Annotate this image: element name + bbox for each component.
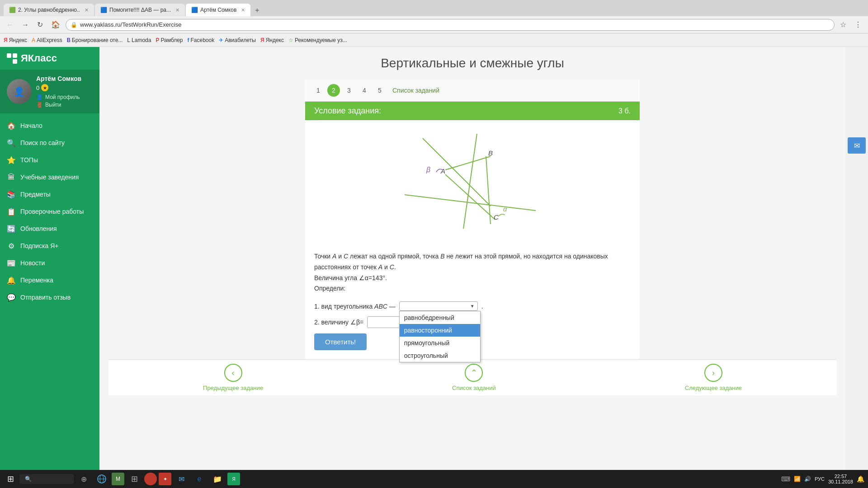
news-label: Новости xyxy=(20,259,45,267)
taskbar-volume-icon: 🔊 xyxy=(804,476,811,482)
tests-label: Проверочные работы xyxy=(20,208,84,215)
tab1-close[interactable]: ✕ xyxy=(85,7,89,13)
page-1[interactable]: 1 xyxy=(312,84,325,97)
tab-3[interactable]: 🟦 Артём Сомков ✕ xyxy=(186,4,250,16)
sidebar-item-feedback[interactable]: 💬 Отправить отзыв xyxy=(0,289,99,306)
email-button[interactable]: ✉ xyxy=(848,137,866,154)
bookmark-lamoda[interactable]: L Lamoda xyxy=(127,37,151,43)
taskbar-app-yaklass[interactable]: Я xyxy=(227,473,240,485)
schedule-icon: 🔔 xyxy=(7,276,16,285)
page-5[interactable]: 5 xyxy=(373,84,386,97)
bookmark-hotel[interactable]: B Бронирование оте... xyxy=(67,37,123,43)
task-header-title: Условие задания: xyxy=(314,106,381,116)
sidebar-item-tests[interactable]: 📋 Проверочные работы xyxy=(0,203,99,220)
svg-text:C: C xyxy=(494,213,499,221)
main-layout: ЯКласс 👤 Артём Сомков 0 ★ 👤 Мой профиль xyxy=(0,47,868,470)
task-list-label: Список заданий xyxy=(452,385,496,391)
search-icon: 🔍 xyxy=(7,138,16,147)
tab3-close[interactable]: ✕ xyxy=(241,7,245,13)
next-task-button[interactable]: › xyxy=(704,364,722,382)
tab-1[interactable]: 🟩 2. Углы равнобедренно... ✕ xyxy=(4,4,94,16)
select-display[interactable] xyxy=(400,305,467,308)
start-button[interactable]: ⊞ xyxy=(4,472,18,486)
taskbar-lang: РУС xyxy=(815,476,825,482)
tab2-close[interactable]: ✕ xyxy=(175,7,179,13)
address-bar[interactable]: 🔒 www.yaklass.ru/TestWorkRun/Exercise xyxy=(66,19,835,31)
bookmark-rambler-label: Рамблер xyxy=(160,37,183,43)
sidebar-item-news[interactable]: 📰 Новости xyxy=(0,254,99,272)
notification-icon[interactable]: 🔔 xyxy=(857,475,864,483)
sidebar-item-search[interactable]: 🔍 Поиск по сайту xyxy=(0,134,99,151)
tab3-title: Артём Сомков xyxy=(200,7,236,13)
bookmark-recommended[interactable]: ☆ Рекомендуемые уз... xyxy=(288,37,347,43)
sidebar-item-tops[interactable]: ⭐ ТОПы xyxy=(0,151,99,169)
logout-link[interactable]: 🚪 Выйти xyxy=(36,102,81,108)
back-button[interactable]: ← xyxy=(4,20,16,30)
bookmark-facebook[interactable]: f Facebook xyxy=(188,37,215,43)
nav-bar: ← → ↻ 🏠 🔒 www.yaklass.ru/TestWorkRun/Exe… xyxy=(0,16,868,33)
feedback-label: Отправить отзыв xyxy=(20,294,71,301)
sidebar-item-subjects[interactable]: 📚 Предметы xyxy=(0,186,99,203)
prev-task-button[interactable]: ‹ xyxy=(224,364,242,382)
task-line4: Определи: xyxy=(314,283,631,294)
task-list-nav[interactable]: ⌃ Список заданий xyxy=(452,364,496,391)
content-area: Вертикальные и смежные углы 1 2 3 4 5 Сп… xyxy=(99,47,845,470)
taskbar-app-mail[interactable]: ✉ xyxy=(173,472,189,486)
profile-link[interactable]: 👤 Мой профиль xyxy=(36,94,81,100)
next-task-nav[interactable]: › Следующее задание xyxy=(685,364,742,391)
taskbar: ⊞ ⊕ M ⊞ ✦ ✉ e 📁 Я ⌨ 📶 🔊 РУС 22:57 30.11.… xyxy=(0,470,868,488)
task-list-link[interactable]: Список заданий xyxy=(392,87,439,94)
question1-period: . xyxy=(481,303,483,310)
page-3[interactable]: 3 xyxy=(343,84,355,97)
submit-button[interactable]: Ответить! xyxy=(314,333,367,350)
sidebar-logo: ЯКласс xyxy=(0,47,99,70)
taskbar-right: ⌨ 📶 🔊 РУС 22:57 30.11.2018 🔔 xyxy=(781,474,864,484)
taskbar-app-red[interactable] xyxy=(144,473,157,485)
option-pryamougolniy[interactable]: прямоугольный xyxy=(400,337,480,349)
logout-icon: 🚪 xyxy=(36,102,43,108)
taskbar-app-folder[interactable]: 📁 xyxy=(209,472,226,486)
refresh-button[interactable]: ↻ xyxy=(34,19,46,30)
taskbar-network-icon: 📶 xyxy=(794,476,801,482)
sidebar-item-schedule[interactable]: 🔔 Переменка xyxy=(0,272,99,289)
bookmark-recommended-icon: ☆ xyxy=(288,37,293,43)
page-4[interactable]: 4 xyxy=(358,84,371,97)
taskbar-app-minecraft[interactable]: M xyxy=(112,473,124,485)
taskbar-search[interactable] xyxy=(19,474,74,484)
bookmark-aliexpress[interactable]: A AliExpress xyxy=(32,37,62,43)
bookmark-rambler[interactable]: Р Рамблер xyxy=(156,37,183,43)
sidebar-item-schools[interactable]: 🏛 Учебные заведения xyxy=(0,169,99,186)
menu-button[interactable]: ⋮ xyxy=(852,19,864,30)
bookmark-yandex[interactable]: Я Яндекс xyxy=(4,37,27,43)
new-tab-button[interactable]: + xyxy=(251,5,263,16)
star-button[interactable]: ☆ xyxy=(837,19,849,30)
option-ostrougolniy[interactable]: остроугольный xyxy=(400,349,480,362)
bookmark-facebook-label: Facebook xyxy=(191,37,215,43)
sidebar-item-home[interactable]: 🏠 Начало xyxy=(0,117,99,134)
option-ravnostoronniy[interactable]: равносторонний xyxy=(400,324,480,337)
bookmark-yandex-icon: Я xyxy=(4,37,8,43)
sidebar-item-subscription[interactable]: ⚙ Подписка Я+ xyxy=(0,237,99,254)
select-wrapper[interactable]: ▼ xyxy=(399,301,478,311)
option-ravnobedreniy[interactable]: равнобедренный xyxy=(400,311,480,324)
schools-label: Учебные заведения xyxy=(20,174,79,181)
taskbar-app-ie[interactable]: e xyxy=(191,472,208,486)
taskbar-app-browser[interactable] xyxy=(94,472,110,486)
taskbar-app-apps[interactable]: ⊞ xyxy=(126,472,142,486)
home-nav-button[interactable]: 🏠 xyxy=(48,19,63,30)
bookmark-yandex2[interactable]: Я Яндекс xyxy=(260,37,284,43)
bookmark-avia[interactable]: ✈ Авиабилеты xyxy=(219,37,256,43)
taskbar-app-cortana[interactable]: ⊕ xyxy=(75,472,92,486)
page-2[interactable]: 2 xyxy=(327,84,340,97)
taskbar-app-special[interactable]: ✦ xyxy=(159,473,171,485)
sidebar-item-updates[interactable]: 🔄 Обновления xyxy=(0,220,99,237)
tab-2[interactable]: 🟦 Помогите!!!! ΔАВ — ра... ✕ xyxy=(95,4,185,16)
task-line1: Точки A и C лежат на одной прямой, точка… xyxy=(314,251,631,262)
bookmark-yandex2-icon: Я xyxy=(260,37,264,43)
sidebar-menu: 🏠 Начало 🔍 Поиск по сайту ⭐ ТОПы 🏛 Учебн… xyxy=(0,113,99,470)
forward-button[interactable]: → xyxy=(19,20,32,30)
task-line2: расстояниях от точек A и C. xyxy=(314,262,631,273)
task-list-button[interactable]: ⌃ xyxy=(465,364,483,382)
prev-task-nav[interactable]: ‹ Предыдущее задание xyxy=(203,364,263,391)
beta-input[interactable] xyxy=(367,316,403,328)
